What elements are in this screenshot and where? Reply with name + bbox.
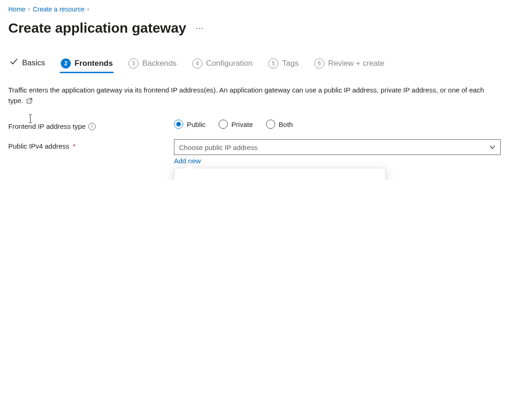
public-ip-select[interactable]: Choose public IP address: [174, 139, 501, 155]
check-icon: [9, 57, 18, 69]
tab-label: Backends: [142, 59, 177, 68]
radio-label: Both: [279, 121, 293, 128]
description-text: Traffic enters the application gateway v…: [8, 86, 484, 104]
chevron-right-icon: ›: [28, 6, 30, 12]
info-icon[interactable]: i: [88, 123, 96, 130]
chevron-right-icon: ›: [87, 6, 89, 12]
tab-frontends[interactable]: 2 Frontends: [60, 56, 114, 73]
tab-label: Basics: [22, 58, 45, 68]
add-public-ip-popover: Add a public IP Name *: [174, 168, 386, 179]
label-text: Frontend IP address type: [8, 122, 86, 130]
wizard-tabs: Basics 2 Frontends 3 Backends 4 Configur…: [8, 54, 512, 73]
tab-label: Configuration: [206, 59, 253, 68]
tab-description: Traffic enters the application gateway v…: [8, 85, 501, 106]
tab-label: Review + create: [328, 59, 384, 68]
tab-review-create[interactable]: 6 Review + create: [313, 56, 385, 73]
radio-private[interactable]: Private: [219, 120, 253, 129]
public-ipv4-label: Public IPv4 address *: [8, 139, 174, 150]
step-number-icon: 4: [192, 58, 202, 69]
label-text: Public IPv4 address: [8, 142, 69, 150]
tab-backends[interactable]: 3 Backends: [127, 56, 178, 73]
external-link-icon[interactable]: [25, 97, 33, 104]
breadcrumb-create-resource[interactable]: Create a resource: [33, 6, 84, 13]
breadcrumb-home[interactable]: Home: [8, 6, 25, 13]
chevron-down-icon: [489, 144, 496, 150]
tab-configuration[interactable]: 4 Configuration: [191, 56, 254, 73]
required-indicator: *: [73, 142, 76, 150]
step-number-icon: 5: [268, 58, 278, 69]
frontend-ip-type-label: Frontend IP address type i: [8, 120, 174, 130]
tab-label: Frontends: [75, 59, 113, 68]
page-title: Create application gateway: [8, 20, 186, 36]
step-number-icon: 6: [314, 58, 324, 69]
add-new-link[interactable]: Add new: [174, 157, 201, 165]
radio-label: Private: [231, 121, 253, 128]
tab-tags[interactable]: 5 Tags: [267, 56, 300, 73]
step-number-icon: 3: [128, 58, 139, 69]
more-actions-button[interactable]: ⋯: [192, 21, 208, 35]
frontend-ip-type-radio-group: Public Private Both: [174, 120, 293, 129]
breadcrumb: Home › Create a resource ›: [8, 6, 512, 13]
radio-dot-icon: [266, 120, 275, 129]
radio-both[interactable]: Both: [266, 120, 293, 129]
select-placeholder: Choose public IP address: [179, 144, 258, 151]
radio-label: Public: [187, 121, 206, 128]
radio-dot-icon: [219, 120, 228, 129]
tab-label: Tags: [282, 59, 299, 68]
radio-dot-icon: [174, 120, 183, 129]
radio-public[interactable]: Public: [174, 120, 206, 129]
tab-basics[interactable]: Basics: [8, 54, 46, 73]
step-number-icon: 2: [61, 58, 71, 69]
